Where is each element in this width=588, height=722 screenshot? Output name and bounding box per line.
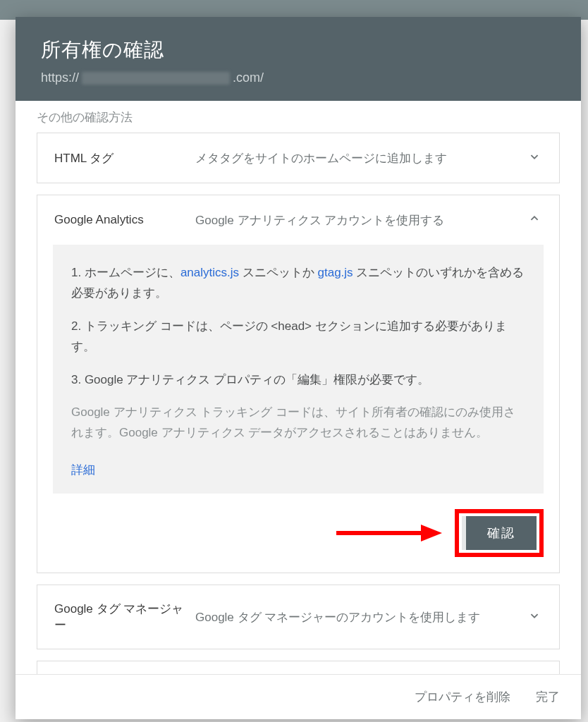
method-card-tag-manager: Google タグ マネージャー Google タグ マネージャーのアカウントを… — [37, 585, 560, 649]
chevron-up-icon — [527, 211, 542, 229]
method-subtitle: メタタグをサイトのホームページに追加します — [195, 150, 527, 166]
modal-footer: プロパティを削除 完了 — [16, 674, 581, 719]
method-card-domain-provider: ドメイン名プロバイダ DNS レコードを Google に関連付ける — [37, 661, 560, 674]
done-button[interactable]: 完了 — [536, 689, 560, 705]
method-subtitle: Google タグ マネージャーのアカウントを使用します — [195, 609, 527, 625]
method-subtitle: Google アナリティクス アカウントを使用する — [195, 212, 527, 228]
gtag-js-link[interactable]: gtag.js — [318, 266, 353, 279]
method-header-html-tag[interactable]: HTML タグ メタタグをサイトのホームページに追加します — [37, 133, 559, 183]
chevron-down-icon — [527, 149, 542, 167]
property-url: https:// .com/ — [41, 71, 556, 85]
method-title: Google タグ マネージャー — [54, 601, 195, 633]
redacted-domain — [82, 72, 230, 85]
ownership-verify-modal: 所有権の確認 https:// .com/ その他の確認方法 HTML タグ メ… — [16, 17, 581, 719]
modal-header: 所有権の確認 https:// .com/ — [16, 17, 581, 101]
method-header-domain-provider[interactable]: ドメイン名プロバイダ DNS レコードを Google に関連付ける — [37, 661, 559, 674]
instruction-note: Google アナリティクス トラッキング コードは、サイト所有者の確認にのみ使… — [71, 403, 525, 443]
svg-marker-1 — [421, 525, 442, 542]
verify-button[interactable]: 確認 — [462, 516, 537, 550]
method-header-google-analytics[interactable]: Google Analytics Google アナリティクス アカウントを使用… — [37, 195, 559, 245]
method-body-google-analytics: 1. ホームページに、analytics.js スニペットか gtag.js ス… — [53, 245, 544, 494]
annotation-arrow — [336, 523, 442, 543]
method-header-tag-manager[interactable]: Google タグ マネージャー Google タグ マネージャーのアカウントを… — [37, 585, 559, 649]
delete-property-button[interactable]: プロパティを削除 — [415, 689, 510, 705]
annotation-highlight: 確認 — [455, 509, 544, 557]
instruction-step-2: 2. トラッキング コードは、ページの <head> セクションに追加する必要が… — [71, 317, 525, 357]
modal-title: 所有権の確認 — [41, 37, 556, 63]
instruction-step-1: 1. ホームページに、analytics.js スニペットか gtag.js ス… — [71, 263, 525, 304]
instruction-step-3: 3. Google アナリティクス プロパティの「編集」権限が必要です。 — [71, 370, 525, 391]
method-title: HTML タグ — [54, 150, 195, 166]
details-link[interactable]: 詳細 — [71, 462, 95, 478]
chevron-down-icon — [527, 608, 542, 626]
method-title: Google Analytics — [54, 213, 195, 227]
other-methods-label: その他の確認方法 — [37, 109, 560, 126]
modal-body[interactable]: その他の確認方法 HTML タグ メタタグをサイトのホームページに追加します G… — [16, 101, 581, 674]
analytics-js-link[interactable]: analytics.js — [180, 266, 239, 279]
method-card-google-analytics: Google Analytics Google アナリティクス アカウントを使用… — [37, 195, 560, 573]
method-card-html-tag: HTML タグ メタタグをサイトのホームページに追加します — [37, 133, 560, 183]
